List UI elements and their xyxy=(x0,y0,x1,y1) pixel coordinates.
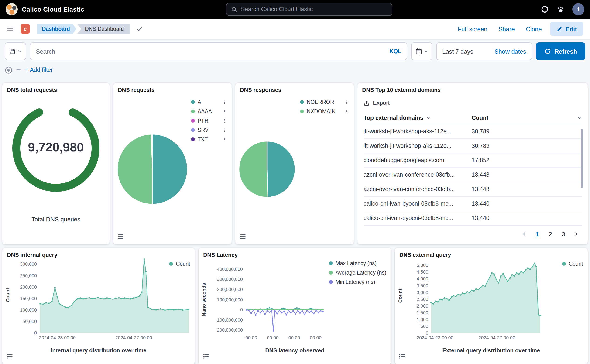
cell-domain: azcni-over-ivan-conference-03cfb... xyxy=(363,171,472,178)
list-icon-button[interactable] xyxy=(202,353,209,360)
paw-icon[interactable] xyxy=(557,5,565,13)
data-point xyxy=(145,271,147,272)
data-point xyxy=(478,289,479,290)
menu-icon[interactable] xyxy=(6,25,14,33)
edit-button[interactable]: Edit xyxy=(550,22,584,36)
legend-item-Count[interactable]: Count xyxy=(169,259,190,268)
chevron-down-icon xyxy=(577,116,582,120)
y-tick-label: 100,000,000 xyxy=(217,297,243,302)
y-tick-label: 150,000 xyxy=(20,296,37,301)
series-menu-icon[interactable] xyxy=(344,100,349,104)
pagination-prev[interactable] xyxy=(519,228,530,240)
global-search-box[interactable] xyxy=(226,3,392,16)
column-header-domains[interactable]: Top external domains xyxy=(363,115,472,121)
x-tick-label: 2024-04-27 00:00 xyxy=(478,335,515,340)
add-filter-button[interactable]: + Add filter xyxy=(25,67,53,73)
data-point xyxy=(42,303,44,305)
data-point xyxy=(525,269,526,271)
kql-search-input[interactable] xyxy=(36,48,386,55)
data-point xyxy=(435,300,436,302)
data-point xyxy=(489,277,490,278)
series-menu-icon[interactable] xyxy=(222,109,227,113)
legend-item-NOERROR[interactable]: NOERROR xyxy=(300,98,349,107)
data-point xyxy=(441,299,443,301)
calico-logo-icon[interactable] xyxy=(6,3,18,15)
series-menu-icon[interactable] xyxy=(222,137,227,142)
space-badge[interactable]: c xyxy=(20,24,30,33)
data-point xyxy=(320,310,321,312)
data-point xyxy=(455,296,456,297)
data-point xyxy=(143,259,145,260)
data-point xyxy=(74,301,75,302)
time-range-value[interactable]: Last 7 days xyxy=(442,48,473,55)
x-tick-label: 00:00 xyxy=(245,335,257,340)
pie-slice-NOERROR[interactable] xyxy=(267,141,295,197)
pagination-page-3[interactable]: 3 xyxy=(558,228,569,240)
kql-search-field[interactable]: KQL xyxy=(30,42,407,60)
data-point xyxy=(292,309,293,310)
data-point xyxy=(85,298,87,299)
legend-item-NXDOMAIN[interactable]: NXDOMAIN xyxy=(300,107,349,116)
column-header-count[interactable]: Count xyxy=(472,115,582,121)
list-icon-button[interactable] xyxy=(6,353,13,360)
clone-button[interactable]: Clone xyxy=(526,26,542,32)
list-icon-button[interactable] xyxy=(239,233,246,240)
pagination-next[interactable] xyxy=(571,228,582,240)
kql-label[interactable]: KQL xyxy=(389,48,401,55)
legend-label: NXDOMAIN xyxy=(307,109,342,114)
data-point xyxy=(276,313,278,315)
data-point xyxy=(139,295,140,297)
legend-label: TXT xyxy=(198,136,220,142)
legend-item-Count[interactable]: Count xyxy=(562,259,583,268)
data-point xyxy=(453,295,454,296)
ring-icon[interactable] xyxy=(541,5,549,13)
area-chart[interactable]: Count05001,0001,5002,0002,5003,0003,5004… xyxy=(395,248,588,364)
saved-query-button[interactable] xyxy=(5,42,26,60)
pie-slice-A[interactable] xyxy=(152,134,187,204)
data-point xyxy=(188,309,189,310)
full-screen-button[interactable]: Full screen xyxy=(458,26,487,32)
pagination-page-1[interactable]: 1 xyxy=(532,228,543,240)
data-point xyxy=(121,298,123,299)
export-button[interactable]: Export xyxy=(363,100,390,106)
legend-item-SRV[interactable]: SRV xyxy=(191,125,227,135)
series-menu-icon[interactable] xyxy=(222,128,227,132)
data-point xyxy=(430,302,432,303)
legend-item-A[interactable]: A xyxy=(191,98,227,107)
list-icon-button[interactable] xyxy=(117,233,124,240)
cell-domain: jlt-worksh-jlt-workshop-aks-112e... xyxy=(363,143,472,149)
legend-item-PTR[interactable]: PTR xyxy=(191,116,227,125)
cell-count: 30,789 xyxy=(472,128,582,135)
global-search-input[interactable] xyxy=(241,6,387,13)
date-picker-button[interactable] xyxy=(411,42,433,60)
user-avatar[interactable]: t xyxy=(572,3,584,15)
data-point xyxy=(282,309,284,310)
series-menu-icon[interactable] xyxy=(222,119,227,123)
show-dates-button[interactable]: Show dates xyxy=(494,48,526,55)
legend-item-Max Latency (ns)[interactable]: Max Latency (ns) xyxy=(329,259,386,268)
legend-item-TXT[interactable]: TXT xyxy=(191,135,227,144)
pagination-page-2[interactable]: 2 xyxy=(545,228,556,240)
time-range-field[interactable]: Last 7 days Show dates xyxy=(436,42,532,60)
filter-icon[interactable] xyxy=(5,66,13,74)
series-menu-icon[interactable] xyxy=(222,100,227,104)
area-chart[interactable]: Count050,000100,000150,000200,000250,000… xyxy=(2,248,195,364)
data-point xyxy=(103,298,105,300)
legend-label: Average Latency (ns) xyxy=(336,270,386,275)
legend-item-Average Latency (ns)[interactable]: Average Latency (ns) xyxy=(329,268,386,277)
cell-domain: azcni-over-ivan-conference-03cfb... xyxy=(363,186,472,193)
pie-slice-AAAA[interactable] xyxy=(117,134,152,204)
series-menu-icon[interactable] xyxy=(344,109,349,113)
data-point xyxy=(59,303,60,304)
cell-count: 17,852 xyxy=(472,157,582,164)
breadcrumb-dashboard[interactable]: Dashboard xyxy=(37,24,77,33)
refresh-button[interactable]: Refresh xyxy=(536,42,585,60)
legend-label: NOERROR xyxy=(307,99,342,105)
legend-item-Min Latency (ns)[interactable]: Min Latency (ns) xyxy=(329,277,386,287)
share-button[interactable]: Share xyxy=(499,26,515,32)
list-icon-button[interactable] xyxy=(398,353,405,360)
pie-slice-NXDOMAIN[interactable] xyxy=(239,141,268,197)
legend-item-AAAA[interactable]: AAAA xyxy=(191,107,227,116)
breadcrumb-dns-dashboard[interactable]: DNS Dashboard xyxy=(77,24,130,33)
table-scrollbar[interactable] xyxy=(581,129,583,188)
